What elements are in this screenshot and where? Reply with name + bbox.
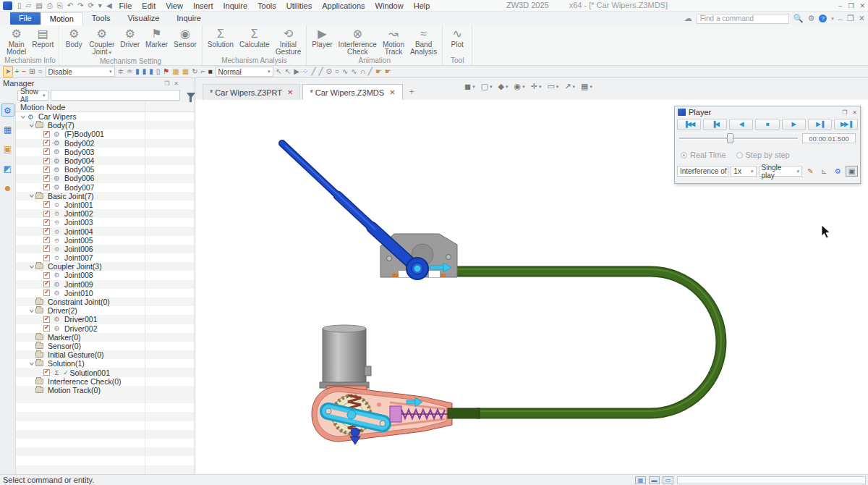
menu-item[interactable]: Inquire [218, 1, 252, 10]
tree-checkbox[interactable] [43, 158, 50, 164]
panel-float-icon[interactable]: ❐ [164, 80, 169, 87]
new-file-icon[interactable]: ▯ [17, 1, 22, 11]
tree-checkbox[interactable] [43, 290, 50, 296]
tree-item[interactable]: > Body003 [16, 148, 195, 156]
ribbon-tab[interactable]: Visualize [119, 12, 168, 25]
assembly-manager-icon[interactable]: ▦ [1, 123, 14, 136]
tree-item[interactable]: > Initial Gesture(0) [16, 350, 195, 359]
menu-item[interactable]: Edit [137, 1, 161, 10]
menu-item[interactable]: Window [370, 1, 409, 10]
tree-item[interactable]: > Constraint Joint(0) [16, 298, 195, 306]
ribbon-button[interactable]: ∿Plot [445, 26, 469, 49]
go-to-start-button[interactable]: ▐◀◀ [677, 119, 701, 130]
ribbon-button[interactable]: ⚙Coupler Joint [86, 26, 117, 57]
ribbon-tab[interactable]: Motion [41, 12, 83, 25]
settings-gear-icon[interactable]: ⚙ [807, 14, 814, 23]
tree-item[interactable]: > Coupler Joint(3) [16, 262, 195, 271]
tree-item[interactable]: > ✓ Solution001 [16, 368, 195, 376]
screen-toggle-icon[interactable]: ▬ [649, 476, 660, 484]
note-icon[interactable]: ⌐ [200, 67, 207, 77]
tree-checkbox[interactable] [43, 140, 50, 146]
next-frame-button[interactable]: ▶▐ [808, 119, 832, 130]
export-pose-icon[interactable]: ⊾ [818, 166, 830, 177]
line-icon[interactable]: ╱ [310, 67, 317, 77]
ribbon-button[interactable]: ⚑Marker [142, 26, 171, 49]
menu-item[interactable]: View [161, 1, 188, 10]
doc-restore-button[interactable]: ❐ [847, 14, 854, 23]
playback-mode-radio[interactable]: Real Time [681, 151, 726, 159]
measure-icon[interactable]: ↗▾ [563, 82, 576, 91]
segment-icon[interactable]: ╱ [367, 67, 374, 77]
tree-item[interactable]: > Body006 [16, 174, 195, 182]
player-close-icon[interactable]: ✕ [852, 109, 857, 116]
tree-checkbox[interactable] [43, 201, 50, 208]
ribbon-button[interactable]: ⚙Body [61, 26, 86, 49]
document-tab[interactable]: * Car Wipers.Z3PRT ✕ [203, 84, 300, 100]
command-search-input[interactable] [697, 14, 789, 24]
tree-item[interactable]: > Car Wipers [16, 112, 195, 121]
stop-button[interactable]: ■ [755, 119, 779, 130]
interference-combo[interactable]: Interference of▾ [677, 166, 728, 177]
search-icon[interactable]: 🔍 [793, 14, 804, 23]
list-4-icon[interactable]: ▯ [155, 67, 162, 77]
tree-item[interactable]: > Body002 [16, 139, 195, 148]
bar-toggle-icon[interactable]: ▭ [663, 476, 673, 484]
tree-item[interactable]: > Driver002 [16, 324, 195, 333]
appearance-icon[interactable]: ◆▾ [497, 82, 510, 91]
tree-checkbox[interactable] [43, 228, 50, 235]
menu-item[interactable]: Tools [252, 1, 281, 10]
qat-dropdown-icon[interactable]: ▾ [98, 1, 102, 11]
grid-toggle-icon[interactable]: ▦ [635, 476, 646, 484]
tab-close-icon[interactable]: ✕ [389, 88, 395, 96]
user-manager-icon[interactable]: ☻ [1, 182, 14, 195]
timeline-slider[interactable] [679, 133, 798, 143]
tree-item[interactable]: > Marker(0) [16, 333, 195, 342]
ribbon-button[interactable]: ΣSolution [205, 26, 237, 49]
line2-icon[interactable]: ╱ [317, 67, 324, 77]
tree-checkbox[interactable] [43, 219, 50, 226]
list-3-icon[interactable]: ▮ [148, 67, 155, 77]
slider-handle[interactable] [727, 133, 733, 143]
tree-item[interactable]: > Body005 [16, 165, 195, 174]
style-combo[interactable]: Normal▾ [216, 67, 273, 77]
screen-display-icon[interactable]: ▦▾ [579, 82, 594, 91]
wireframe-mode-icon[interactable]: ▢▾ [480, 82, 494, 91]
multi-print-icon[interactable]: ⎘ [57, 1, 63, 11]
tree-checkbox[interactable] [43, 131, 50, 138]
doc-close-button[interactable]: ✕ [859, 14, 865, 23]
tree-checkbox[interactable] [43, 272, 50, 279]
tree-checkbox[interactable] [43, 369, 50, 376]
player-title-bar[interactable]: Player ❐ ✕ [675, 106, 860, 118]
menu-item[interactable]: Insert [188, 1, 218, 10]
cursor-icon[interactable]: ↖ [275, 67, 284, 77]
ribbon-button[interactable]: ≈Band Analysis [407, 26, 440, 56]
regen-icon[interactable]: ⟳ [88, 1, 93, 11]
tree-checkbox[interactable] [43, 245, 50, 252]
expander-icon[interactable]: > [27, 263, 36, 270]
play-mode-combo[interactable]: Single play▾ [759, 166, 803, 177]
menu-item[interactable]: Help [409, 1, 435, 10]
tree-item[interactable]: > Body007 [16, 183, 195, 192]
panel-close-icon[interactable]: ✕ [174, 80, 179, 87]
tree-filter-input[interactable] [51, 90, 180, 101]
constraint-view-icon[interactable]: ✛▾ [529, 82, 543, 91]
history-icon[interactable]: ↻ [190, 67, 199, 77]
cursor-snap-icon[interactable]: ↖ [284, 67, 292, 77]
ribbon-button[interactable]: ⟲Initial Gesture [273, 26, 305, 56]
frame-select-icon[interactable]: ⊞ [27, 67, 36, 77]
flag-icon[interactable]: ⚑ [161, 67, 171, 77]
polygon-select-icon[interactable]: ○ [36, 67, 43, 77]
expander-icon[interactable]: > [27, 360, 36, 367]
tree-item[interactable]: > (F)Body001 [16, 130, 195, 138]
ribbon-tab[interactable]: Inquire [168, 12, 210, 25]
menu-item[interactable]: Utilities [281, 1, 317, 10]
tree-column-header[interactable]: Motion Node [16, 102, 195, 112]
tab-close-icon[interactable]: ✕ [287, 88, 293, 96]
render-manager-icon[interactable]: ◩ [1, 162, 14, 175]
help-icon[interactable]: ? [819, 14, 827, 22]
tree-checkbox[interactable] [43, 237, 50, 243]
filter-funnel-icon[interactable] [187, 93, 195, 98]
play-button[interactable]: ▶ [782, 119, 806, 130]
tree-item[interactable]: > Joint002 [16, 209, 195, 218]
tree-item[interactable]: > Joint009 [16, 280, 195, 289]
